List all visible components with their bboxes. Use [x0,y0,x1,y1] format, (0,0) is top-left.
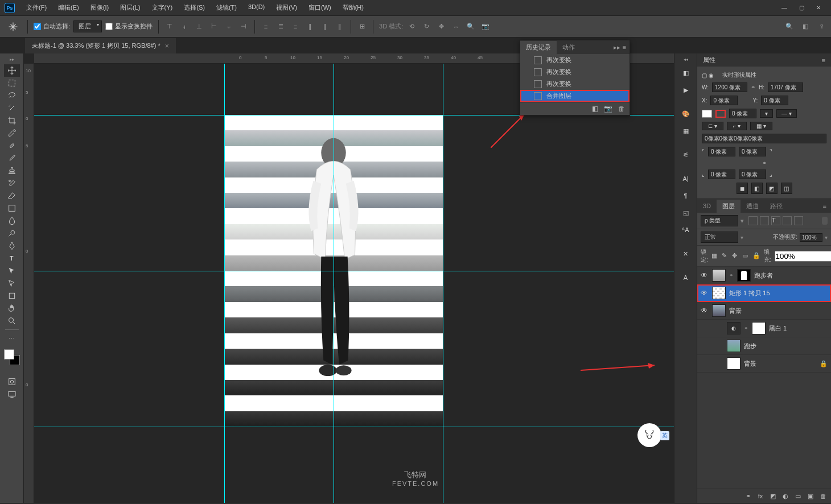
filter-smart-icon[interactable] [794,216,803,225]
tab-paths[interactable]: 路径 [764,200,788,213]
visibility-toggle[interactable]: 👁 [701,271,709,279]
blur-tool[interactable] [4,214,20,227]
ruler-vertical[interactable]: 10 5 0 5 0 0 [24,64,34,503]
marquee-tool[interactable] [4,77,20,89]
menu-3d[interactable]: 3D(D) [244,1,269,14]
align-left-icon[interactable]: ⊢ [209,22,219,32]
menu-view[interactable]: 视图(V) [271,1,302,14]
properties-tab[interactable]: 属性 ≡ [697,53,831,67]
search-icon[interactable]: 🔍 [784,22,795,32]
panel-menu-icon[interactable]: ≡ [623,44,626,51]
share-icon[interactable]: ⇪ [816,22,826,32]
guide-horizontal[interactable] [34,427,674,427]
history-panel[interactable]: 历史记录 动作 ▸▸ ≡ 再次变换 再次变换 再次变换 合并图层 ◧ 📷 🗑 [520,40,630,115]
tab-channels[interactable]: 通道 [741,200,764,213]
align-bottom-icon[interactable]: ⊥ [194,22,204,32]
direct-select-tool[interactable] [4,277,20,290]
layer-filter-type[interactable]: ρ 类型 [701,215,738,226]
align-top-icon[interactable]: ⊤ [164,22,175,32]
3d-camera-icon[interactable]: 📷 [480,22,491,32]
layer-row[interactable]: 跑步 [697,337,831,355]
strip-paragraph-icon[interactable]: ¶ [677,188,694,203]
history-entry[interactable]: 合并图层 [520,90,630,102]
link-wh-icon[interactable]: ⚭ [751,84,755,90]
menu-layer[interactable]: 图层(L) [116,1,145,14]
height-input[interactable] [768,82,803,92]
align-hcenter-icon[interactable]: ⫟ [224,22,234,32]
eyedropper-tool[interactable] [4,127,20,139]
strip-tools-icon[interactable]: ✕ [677,246,694,261]
show-transform-check[interactable]: 显示变换控件 [105,22,153,31]
strip-adjust-icon[interactable]: ⚟ [677,147,694,162]
layer-row[interactable]: 背景 🔒 [697,355,831,373]
screenmode-tool[interactable] [4,388,20,400]
stroke-width-input[interactable] [729,109,756,118]
visibility-toggle[interactable]: 👁 [701,289,709,297]
corner-summary-input[interactable] [702,134,826,143]
stroke-style-dropdown[interactable]: — ▾ [776,109,797,118]
brush-tool[interactable] [4,152,20,164]
strip-character-icon[interactable]: A| [677,171,694,186]
layer-row[interactable]: 👁 矩形 1 拷贝 15 [697,284,831,302]
lock-pixels-icon[interactable]: ▦ [711,252,719,260]
stamp-tool[interactable] [4,164,20,177]
pathop-exclude-icon[interactable]: ◫ [781,183,792,194]
menu-edit[interactable]: 编辑(E) [54,1,84,14]
minimize-button[interactable]: — [776,2,792,14]
strip-libraries-icon[interactable]: ◱ [677,205,694,220]
filter-toggle[interactable] [822,217,828,225]
foreground-color[interactable] [4,349,14,360]
corner-dropdown[interactable]: ⌐ ▾ [727,122,747,130]
layer-list[interactable]: 👁 ⚭ 跑步者 👁 矩形 1 拷贝 15 👁 背景 [697,267,831,489]
distribute-bottom-icon[interactable]: ≡ [290,22,301,32]
history-entry[interactable]: 再次变换 [520,78,630,90]
filter-adjust-icon[interactable] [760,216,769,225]
canvas-area[interactable]: 0 5 10 15 20 25 30 35 40 45 10 5 0 5 0 0 [24,53,674,503]
document-tab[interactable]: 未标题-1 @ 33.3% (矩形 1 拷贝 15, RGB/8#) * × [25,38,176,53]
tab-layers[interactable]: 图层 [717,200,741,213]
3d-slide-icon[interactable]: ↔ [451,22,461,32]
tab-3d[interactable]: 3D [697,200,717,212]
3d-orbit-icon[interactable]: ⟲ [406,22,417,32]
new-layer-icon[interactable]: ▣ [806,491,815,501]
radius-br-input[interactable] [739,170,766,179]
active-tool-icon[interactable] [5,19,22,35]
zoom-tool[interactable] [4,315,20,327]
menu-filter[interactable]: 滤镜(T) [212,1,241,14]
y-input[interactable] [761,96,788,105]
menu-window[interactable]: 窗口(W) [304,1,336,14]
path-select-tool[interactable] [4,265,20,277]
delete-state-icon[interactable]: 🗑 [618,105,625,113]
menu-type[interactable]: 文字(Y) [147,1,178,14]
ime-language-badge[interactable]: 英 [660,431,669,440]
pathop-subtract-icon[interactable]: ◧ [751,183,763,194]
link-layers-icon[interactable]: ⚭ [743,491,752,501]
edit-toolbar[interactable]: ⋯ [4,332,20,345]
fill-color-swatch[interactable] [702,110,712,118]
history-entry[interactable]: 再次变换 [520,54,630,66]
strip-panel-icon[interactable]: ◧ [677,65,694,80]
radius-tr-input[interactable] [739,147,766,156]
close-tab-icon[interactable]: × [165,42,169,50]
layers-menu-icon[interactable]: ≡ [823,203,831,209]
panel-collapse-icon[interactable]: ▸▸ [614,44,620,51]
cap-dropdown[interactable]: ⊏ ▾ [702,122,723,130]
close-button[interactable]: ✕ [811,2,826,14]
hand-tool[interactable] [4,302,20,315]
layer-row[interactable]: ◐ ⚭ 黑白 1 [697,320,831,337]
menu-file[interactable]: 文件(F) [22,1,51,14]
filter-image-icon[interactable] [748,216,758,225]
gradient-tool[interactable] [4,202,20,214]
layer-row[interactable]: 👁 背景 [697,302,831,320]
fx-icon[interactable]: fx [756,491,765,501]
visibility-toggle[interactable]: 👁 [701,307,709,315]
3d-zoom-icon[interactable]: 🔍 [466,22,476,32]
align-stroke-dropdown[interactable]: ▦ ▾ [750,122,772,130]
pathop-intersect-icon[interactable]: ◩ [766,183,777,194]
width-input[interactable] [712,82,747,92]
delete-layer-icon[interactable]: 🗑 [818,491,828,501]
wand-tool[interactable] [4,102,20,114]
toolbar-collapse[interactable]: ▸▸ [9,56,15,63]
maximize-button[interactable]: ▢ [793,2,809,14]
stroke-type-dropdown[interactable]: ▾ [760,109,773,118]
